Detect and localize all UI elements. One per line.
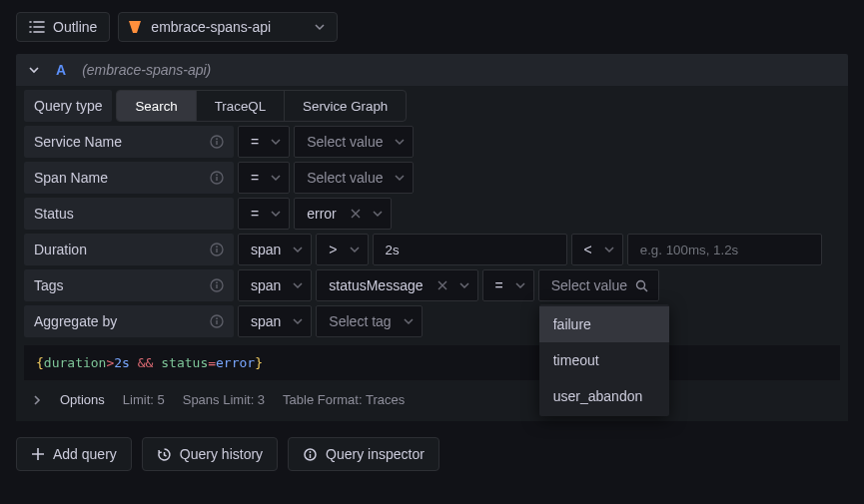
search-icon (635, 279, 648, 292)
info-icon (210, 135, 224, 149)
datasource-name: embrace-spans-api (151, 19, 271, 35)
svg-rect-14 (216, 249, 217, 252)
chevron-down-icon (395, 173, 405, 183)
svg-rect-22 (216, 320, 217, 324)
duration-min-input[interactable] (373, 234, 567, 265)
chevron-down-icon (350, 245, 360, 254)
clear-icon[interactable] (437, 280, 447, 290)
status-value[interactable]: error (294, 198, 392, 230)
service-name-label: Service Name (24, 126, 234, 158)
plus-icon (31, 447, 45, 461)
dropdown-option[interactable]: failure (539, 306, 669, 342)
span-name-value[interactable]: Select value (294, 162, 414, 194)
svg-point-10 (216, 174, 218, 176)
query-datasource-label: (embrace-spans-api) (82, 62, 211, 78)
add-query-button[interactable]: Add query (16, 437, 132, 471)
duration-scope[interactable]: span (238, 234, 312, 265)
info-icon (210, 171, 224, 185)
query-type-service-graph[interactable]: Service Graph (285, 91, 406, 121)
span-name-operator[interactable]: = (238, 162, 290, 194)
chevron-down-icon (604, 245, 614, 254)
info-icon (210, 278, 224, 292)
span-name-label: Span Name (24, 162, 234, 194)
query-history-button[interactable]: Query history (142, 437, 278, 471)
svg-point-18 (637, 280, 645, 288)
duration-label: Duration (24, 234, 234, 265)
chevron-down-icon (404, 316, 414, 326)
service-name-value[interactable]: Select value (294, 126, 414, 158)
query-preview: {duration>2s && status=error} (24, 345, 840, 380)
service-name-operator[interactable]: = (238, 126, 290, 158)
chevron-down-icon (293, 245, 303, 254)
svg-line-19 (644, 287, 648, 291)
chevron-down-icon (395, 137, 405, 147)
svg-point-16 (216, 281, 218, 283)
chevron-down-icon (515, 280, 525, 290)
query-header: A (embrace-spans-api) (16, 54, 848, 86)
query-type-label: Query type (24, 90, 112, 122)
svg-point-13 (216, 246, 218, 248)
dropdown-option[interactable]: user_abandon (539, 378, 669, 414)
options-limit: Limit: 5 (123, 392, 165, 407)
options-spans-limit: Spans Limit: 3 (183, 392, 265, 407)
status-operator[interactable]: = (238, 198, 290, 230)
chevron-down-icon (271, 137, 281, 147)
history-icon (157, 447, 172, 462)
svg-rect-25 (310, 454, 311, 458)
info-icon (210, 314, 224, 328)
clear-icon[interactable] (351, 209, 361, 219)
duration-max-input[interactable] (627, 234, 822, 265)
outline-button[interactable]: Outline (16, 12, 110, 42)
chevron-down-icon (271, 173, 281, 183)
inspector-icon (303, 447, 318, 462)
chevron-down-icon (459, 280, 469, 290)
tags-value-select[interactable]: Select value failure timeout user_abando… (538, 269, 659, 301)
options-table-format: Table Format: Traces (283, 392, 405, 407)
aggregate-tag[interactable]: Select tag (316, 305, 422, 337)
query-type-switch: Search TraceQL Service Graph (116, 90, 407, 122)
chevron-down-icon (271, 209, 281, 219)
options-row: Options Limit: 5 Spans Limit: 3 Table Fo… (16, 380, 848, 419)
chevron-down-icon (293, 280, 303, 290)
options-toggle[interactable] (32, 395, 42, 405)
svg-rect-8 (216, 141, 217, 145)
duration-op-max[interactable]: < (571, 234, 623, 265)
duration-op-min[interactable]: > (316, 234, 368, 265)
outline-icon (29, 20, 45, 34)
tags-label: Tags (24, 269, 234, 301)
chevron-down-icon (373, 209, 383, 219)
info-icon (210, 243, 224, 256)
tempo-icon (127, 19, 143, 35)
svg-point-24 (310, 451, 312, 453)
query-ref-id: A (56, 62, 66, 78)
tags-operator[interactable]: = (482, 269, 534, 301)
tags-scope[interactable]: span (238, 269, 312, 301)
tags-key[interactable]: statusMessage (316, 269, 477, 301)
chevron-down-icon (293, 316, 303, 326)
dropdown-option[interactable]: timeout (539, 342, 669, 378)
collapse-toggle[interactable] (28, 64, 40, 76)
outline-label: Outline (53, 19, 97, 35)
options-label: Options (60, 392, 105, 407)
status-label: Status (24, 198, 234, 230)
datasource-picker[interactable]: embrace-spans-api (118, 12, 338, 42)
svg-rect-11 (216, 177, 217, 181)
chevron-down-icon (315, 22, 325, 32)
svg-point-7 (216, 138, 218, 140)
query-type-search[interactable]: Search (117, 91, 195, 121)
query-inspector-button[interactable]: Query inspector (288, 437, 439, 471)
svg-rect-17 (216, 284, 217, 288)
aggregate-by-label: Aggregate by (24, 305, 234, 337)
query-type-traceql[interactable]: TraceQL (197, 91, 284, 121)
tags-value-dropdown: failure timeout user_abandon (539, 304, 669, 416)
aggregate-scope[interactable]: span (238, 305, 312, 337)
svg-point-21 (216, 317, 218, 319)
